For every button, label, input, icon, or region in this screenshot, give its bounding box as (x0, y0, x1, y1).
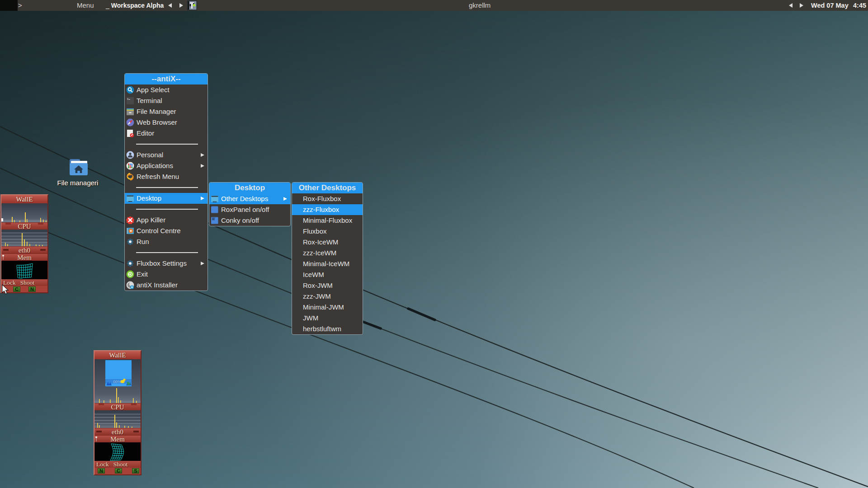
svg-text:00%: 00% (113, 380, 121, 384)
